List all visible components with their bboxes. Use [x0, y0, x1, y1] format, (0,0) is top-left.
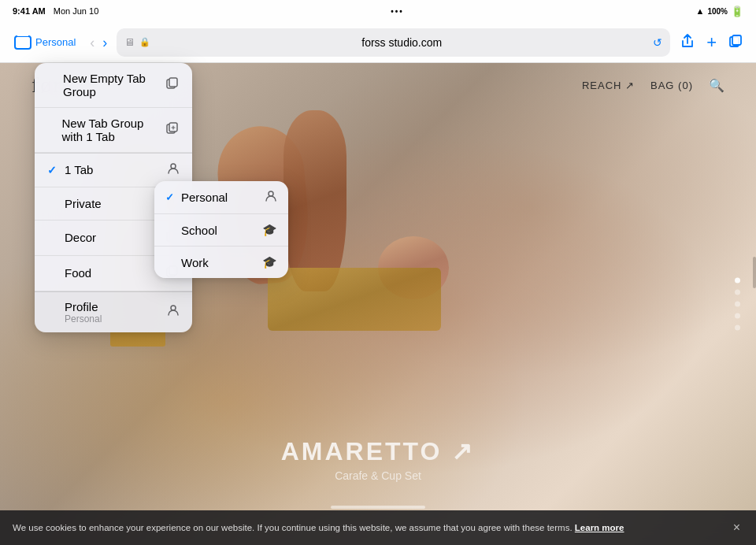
menu-checkmark-1tab: ✓	[47, 164, 58, 176]
submenu-item-left: School	[165, 224, 217, 237]
tabs-view-button[interactable]	[724, 30, 747, 54]
nav-actions: +	[676, 30, 747, 54]
nav-arrows: ‹ ›	[87, 34, 110, 51]
cookie-banner: We use cookies to enhance your experienc…	[0, 510, 756, 545]
tabs-button[interactable]: Personal	[9, 32, 80, 53]
school-icon: 🎓	[262, 223, 277, 237]
menu-item-left: Private	[47, 197, 102, 210]
dot-1	[735, 278, 740, 284]
home-indicator	[331, 506, 425, 509]
decor-label: Decor	[65, 231, 96, 244]
battery-icon: 🔋	[731, 6, 743, 17]
site-nav: REACH ↗ BAG (0) 🔍	[582, 78, 724, 93]
nav-bar: Personal ‹ › 🖥 🔒 forss studio.com ↺ +	[0, 22, 756, 63]
site-search-icon[interactable]: 🔍	[709, 78, 724, 93]
product-info: AMARETTO ↗ Carafe & Cup Set	[281, 436, 476, 482]
status-dots: •••	[391, 7, 404, 16]
share-button[interactable]	[676, 30, 699, 54]
address-text: forss studio.com	[155, 36, 648, 49]
menu-item-profile[interactable]: Profile Personal	[35, 291, 192, 332]
food-label: Food	[65, 266, 91, 280]
submenu-item-left: ✓ Personal	[165, 191, 228, 204]
product-cloth	[268, 268, 441, 331]
reload-icon[interactable]: ↺	[653, 36, 662, 49]
page-dots	[735, 278, 740, 331]
menu-item-left: New Empty Tab Group	[47, 72, 165, 98]
svg-point-13	[171, 306, 176, 310]
display-icon: 🖥	[124, 36, 135, 48]
submenu-item-left: Work	[165, 256, 209, 269]
side-handle	[753, 257, 756, 288]
forward-button[interactable]: ›	[99, 34, 110, 51]
cookie-text: We use cookies to enhance your experienc…	[13, 522, 724, 534]
status-time: 9:41 AM	[13, 6, 46, 16]
menu-item-left: Decor	[47, 231, 96, 244]
cookie-close-button[interactable]: ×	[730, 517, 743, 538]
svg-rect-1	[732, 35, 741, 45]
work-icon: 🎓	[262, 255, 277, 269]
dot-5	[735, 325, 740, 331]
school-label: School	[181, 224, 217, 237]
svg-point-14	[269, 191, 273, 196]
1-tab-person-icon	[167, 162, 180, 178]
site-nav-bag[interactable]: BAG (0)	[650, 80, 693, 91]
menu-item-new-empty-tab-group[interactable]: New Empty Tab Group	[35, 63, 192, 108]
learn-more-link[interactable]: Learn more	[575, 523, 624, 532]
profile-sublabel: Personal	[65, 314, 102, 324]
personal-person-icon	[265, 190, 277, 205]
browser-frame: 9:41 AM Mon Jun 10 ••• ▲ 100% 🔋 Personal…	[0, 0, 756, 545]
status-bar-left: 9:41 AM Mon Jun 10	[13, 6, 98, 16]
private-label: Private	[65, 197, 102, 210]
svg-rect-3	[169, 78, 177, 87]
site-nav-reach[interactable]: REACH ↗	[582, 80, 635, 91]
cookie-message: We use cookies to enhance your experienc…	[13, 523, 573, 532]
submenu-checkmark-personal: ✓	[165, 191, 176, 203]
submenu-item-school[interactable]: School 🎓	[154, 214, 288, 247]
dot-3	[735, 302, 740, 307]
menu-item-left: New Tab Group with 1 Tab	[47, 117, 165, 143]
profile-submenu: ✓ Personal School 🎓 Work	[154, 181, 288, 278]
new-empty-tab-icon	[165, 76, 180, 94]
product-subtitle: Carafe & Cup Set	[281, 469, 476, 482]
1-tab-label: 1 Tab	[65, 163, 93, 176]
menu-item-left: Food	[47, 266, 91, 280]
product-title: AMARETTO ↗	[281, 436, 476, 466]
menu-item-new-tab-group-with-tab[interactable]: New Tab Group with 1 Tab	[35, 108, 192, 153]
menu-item-left: ✓ 1 Tab	[47, 163, 93, 176]
lock-icon: 🔒	[139, 37, 150, 47]
status-day: Mon Jun 10	[54, 6, 98, 16]
status-bar: 9:41 AM Mon Jun 10 ••• ▲ 100% 🔋	[0, 0, 756, 22]
submenu-item-personal[interactable]: ✓ Personal	[154, 181, 288, 214]
battery-level: 100%	[707, 7, 728, 16]
dot-2	[735, 290, 740, 295]
address-bar[interactable]: 🖥 🔒 forss studio.com ↺	[117, 28, 670, 57]
new-tab-button[interactable]: +	[703, 31, 720, 54]
profile-text: Profile Personal	[65, 300, 102, 324]
product-vase-2	[284, 110, 346, 291]
tabs-label: Personal	[35, 36, 76, 48]
submenu-item-work[interactable]: Work 🎓	[154, 247, 288, 278]
new-empty-tab-group-label: New Empty Tab Group	[63, 72, 165, 98]
status-bar-right: ▲ 100% 🔋	[696, 6, 743, 17]
menu-item-left: Profile Personal	[47, 300, 102, 324]
wifi-icon: ▲	[696, 6, 705, 16]
work-label: Work	[181, 256, 209, 269]
new-tab-group-label: New Tab Group with 1 Tab	[62, 117, 166, 143]
svg-point-8	[171, 164, 176, 169]
profile-person-icon	[167, 304, 180, 320]
dot-4	[735, 313, 740, 319]
tabs-grid-icon	[14, 35, 32, 50]
back-button[interactable]: ‹	[87, 34, 98, 51]
new-tab-group-icon	[165, 121, 180, 139]
personal-label: Personal	[181, 191, 228, 204]
profile-label: Profile	[65, 300, 102, 313]
status-bar-center: •••	[391, 7, 404, 16]
